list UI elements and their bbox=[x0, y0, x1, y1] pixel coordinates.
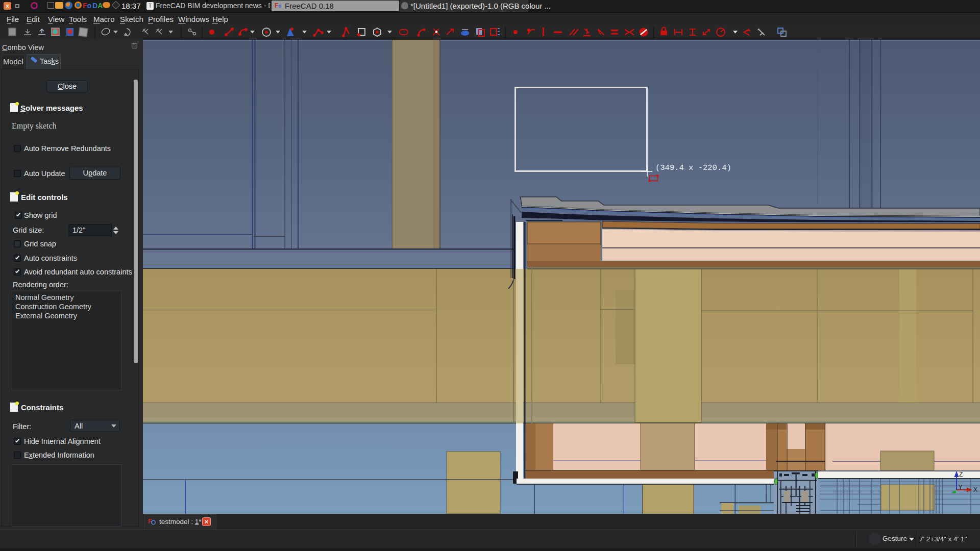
svg-text:X: X bbox=[973, 486, 977, 493]
svg-text:Z: Z bbox=[959, 471, 963, 478]
svg-text:(349.4 x -220.4): (349.4 x -220.4) bbox=[655, 163, 731, 172]
svg-text:Y: Y bbox=[959, 484, 963, 491]
